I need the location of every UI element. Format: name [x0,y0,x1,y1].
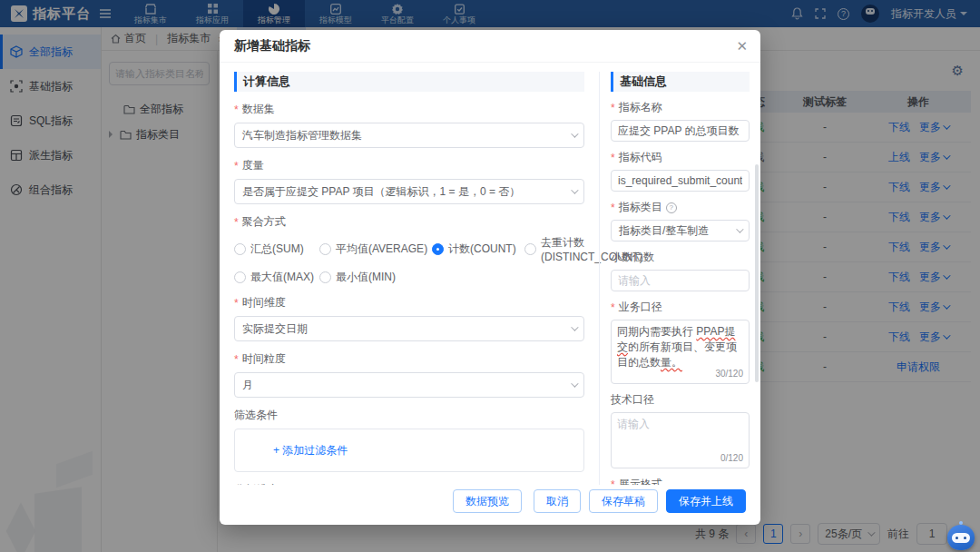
save-draft-button[interactable]: 保存草稿 [589,489,658,513]
dimensions-label: 分析维度 [234,482,584,485]
placeholder-text: 请输入 [617,418,650,430]
aggregation-radio-group: 汇总(SUM) 平均值(AVERAGE) 计数(COUNT) 去重计数(DIST… [234,235,584,285]
robot-eye [964,537,966,539]
radio-sum[interactable]: 汇总(SUM) [234,235,319,263]
business-caliber-textarea[interactable]: 同期内需要执行 PPAP提交的所有新项目、变更项目的总数量。 30/120 [611,320,750,384]
robot-face [952,533,970,543]
basic-info-section: 基础信息 指标名称 指标代码 指标类目 ? 指标类目/整车制造 小数位数 业务口… [600,72,750,485]
dialog-body: 计算信息 数据集 汽车制造指标管理数据集 度量 是否属于应提交 PPAP 项目（… [220,63,760,485]
section-title-basic: 基础信息 [611,72,750,92]
filter-box: + 添加过滤条件 [234,429,584,472]
business-caliber-label: 业务口径 [611,300,750,315]
dataset-value: 汽车制造指标管理数据集 [242,128,362,143]
metric-category-select[interactable]: 指标类目/整车制造 [611,220,750,242]
radio-icon [319,243,331,255]
aggregation-label: 聚合方式 [234,214,584,230]
decimal-places-label: 小数位数 [611,250,750,265]
metric-category-value: 指标类目/整车制造 [619,223,709,239]
section-title-calc: 计算信息 [234,72,584,92]
radio-min[interactable]: 最小值(MIN) [319,270,432,285]
time-granularity-value: 月 [242,378,253,393]
metric-category-label: 指标类目 ? [611,200,750,215]
robot-eye [956,537,958,539]
radio-average[interactable]: 平均值(AVERAGE) [319,235,432,263]
measure-value: 是否属于应提交 PPAP 项目（逻辑标识，1 = 是，0 = 否） [242,184,520,200]
radio-max[interactable]: 最大值(MAX) [234,270,319,285]
cancel-button[interactable]: 取消 [534,489,581,513]
char-counter: 30/120 [715,366,743,381]
chevron-down-icon [571,186,578,193]
radio-icon [319,271,331,283]
measure-select[interactable]: 是否属于应提交 PPAP 项目（逻辑标识，1 = 是，0 = 否） [234,179,584,204]
save-and-publish-button[interactable]: 保存并上线 [666,489,746,513]
new-basic-metric-dialog: 新增基础指标 ✕ 计算信息 数据集 汽车制造指标管理数据集 度量 是否属于应提交… [220,30,760,525]
business-caliber-text: 同期内需要执行 PPAP提交的所有新项目、变更项目的总数量。 [617,325,737,369]
time-granularity-select[interactable]: 月 [234,372,584,398]
radio-icon [234,271,246,283]
filter-label: 筛选条件 [234,408,584,423]
chevron-down-icon [571,130,578,137]
measure-label: 度量 [234,158,584,173]
data-preview-button[interactable]: 数据预览 [453,489,522,513]
radio-icon [524,243,536,255]
time-dimension-label: 时间维度 [234,295,584,310]
time-granularity-label: 时间粒度 [234,351,584,367]
decimal-places-input[interactable] [611,270,750,291]
metric-name-input[interactable] [611,120,750,142]
metric-code-label: 指标代码 [611,150,750,165]
metric-name-label: 指标名称 [611,100,750,115]
dialog-footer: 数据预览 取消 保存草稿 保存并上线 [220,485,760,525]
time-dimension-select[interactable]: 实际提交日期 [234,316,584,341]
display-format-label: 展示格式 [611,477,750,485]
chevron-down-icon [571,380,578,387]
radio-checked-icon [432,243,444,255]
char-counter: 0/120 [720,450,743,466]
dialog-title: 新增基础指标 [234,38,310,54]
chevron-down-icon [571,323,578,330]
scrollbar-thumb[interactable] [755,164,759,382]
close-dialog-icon[interactable]: ✕ [736,39,748,53]
radio-icon [234,243,246,255]
dataset-select[interactable]: 汽车制造指标管理数据集 [234,123,584,148]
help-circle-icon[interactable]: ? [666,202,677,213]
chevron-down-icon [736,225,743,232]
technical-caliber-textarea[interactable]: 请输入 0/120 [611,412,750,468]
add-filter-link[interactable]: + 添加过滤条件 [273,443,348,458]
assistant-robot[interactable] [946,519,976,552]
technical-caliber-label: 技术口径 [611,392,750,408]
metric-code-input[interactable] [611,170,750,192]
radio-count[interactable]: 计数(COUNT) [432,235,524,263]
dialog-header: 新增基础指标 ✕ [220,30,760,63]
calculation-section: 计算信息 数据集 汽车制造指标管理数据集 度量 是否属于应提交 PPAP 项目（… [234,72,599,485]
time-dimension-value: 实际提交日期 [242,321,308,337]
dataset-label: 数据集 [234,102,584,117]
